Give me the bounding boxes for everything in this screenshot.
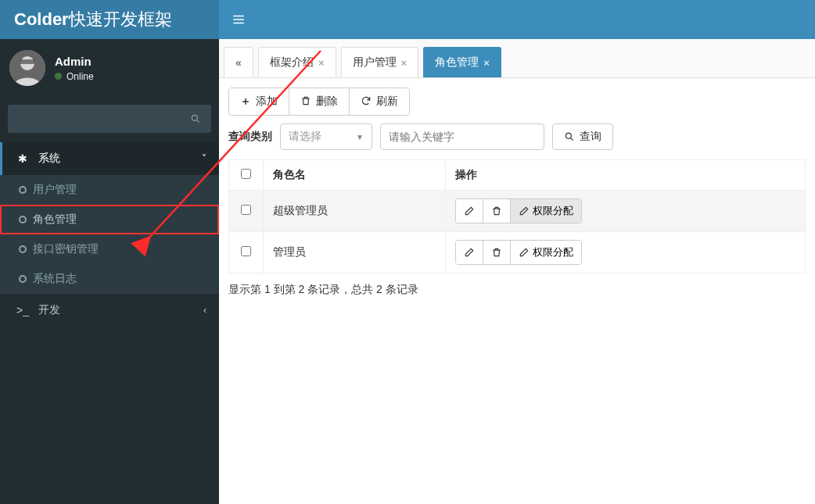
chevron-down-icon: ˅: [202, 153, 206, 164]
menu-dev-label: 开发: [38, 303, 60, 317]
search-icon[interactable]: [180, 105, 211, 133]
tab-back[interactable]: «: [224, 47, 253, 77]
sidebar-search[interactable]: [8, 105, 211, 133]
search-button[interactable]: 查询: [552, 123, 613, 150]
row-perm-button[interactable]: 权限分配: [510, 241, 581, 264]
terminal-icon: >_: [15, 304, 31, 316]
svg-rect-1: [233, 19, 244, 20]
svg-rect-2: [233, 23, 244, 24]
row-perm-button[interactable]: 权限分配: [510, 199, 581, 223]
svg-point-8: [565, 133, 571, 138]
close-icon[interactable]: ×: [318, 57, 325, 69]
tab-user-mgmt[interactable]: 用户管理×: [341, 47, 419, 77]
role-table: 角色名 操作 超级管理员 权限分配: [228, 159, 806, 273]
row-name: 超级管理员: [264, 191, 446, 232]
sidebar: Admin Online ✱ 系统 ˅: [0, 39, 219, 504]
close-icon[interactable]: ×: [401, 57, 408, 69]
brand-logo[interactable]: Colder快速开发框架: [0, 0, 219, 39]
pager-info: 显示第 1 到第 2 条记录，总共 2 条记录: [219, 273, 815, 306]
plus-icon: ＋: [240, 95, 251, 109]
refresh-icon: [361, 95, 372, 109]
svg-point-6: [192, 115, 197, 120]
table-row[interactable]: 管理员 权限分配: [229, 232, 806, 273]
user-panel: Admin Online: [0, 39, 219, 97]
chevron-left-icon: ‹: [203, 305, 206, 316]
brand-bold: Colder: [14, 9, 69, 30]
ring-icon: [19, 245, 27, 253]
toolbar: ＋添加 删除 刷新: [228, 88, 410, 116]
menu-system-label: 系统: [38, 152, 60, 166]
filter-label: 查询类别: [228, 130, 272, 144]
avatar[interactable]: [9, 50, 45, 86]
ring-icon: [19, 186, 27, 194]
add-button[interactable]: ＋添加: [229, 88, 289, 115]
sidebar-item-api-keys[interactable]: 接口密钥管理: [0, 234, 219, 264]
row-edit-button[interactable]: [456, 241, 483, 264]
refresh-button[interactable]: 刷新: [349, 88, 409, 115]
sidebar-item-role-mgmt[interactable]: 角色管理: [0, 205, 219, 234]
table-row[interactable]: 超级管理员 权限分配: [229, 191, 806, 232]
close-icon[interactable]: ×: [483, 57, 490, 69]
user-name: Admin: [55, 55, 94, 68]
menu-dev[interactable]: >_ 开发 ‹: [0, 294, 219, 327]
ring-icon: [19, 275, 27, 283]
row-delete-button[interactable]: [483, 199, 510, 223]
svg-line-9: [571, 138, 573, 141]
trash-icon: [300, 95, 311, 109]
online-dot-icon: [55, 73, 62, 80]
filter-category-select[interactable]: 请选择 ▼: [280, 123, 372, 150]
sidebar-search-input[interactable]: [8, 105, 180, 133]
svg-line-7: [197, 120, 199, 123]
brand-rest: 快速开发框架: [69, 8, 172, 31]
row-checkbox[interactable]: [241, 205, 251, 215]
delete-button[interactable]: 删除: [289, 88, 349, 115]
svg-rect-5: [20, 59, 34, 64]
row-delete-button[interactable]: [483, 241, 510, 264]
sidebar-item-user-mgmt[interactable]: 用户管理: [0, 175, 219, 205]
sidebar-toggle[interactable]: [219, 0, 258, 39]
tab-role-mgmt[interactable]: 角色管理×: [423, 47, 501, 77]
col-ops: 操作: [446, 160, 806, 191]
caret-down-icon: ▼: [356, 133, 364, 141]
svg-rect-0: [233, 16, 244, 17]
select-all-checkbox[interactable]: [241, 169, 251, 179]
row-checkbox[interactable]: [241, 246, 251, 256]
row-name: 管理员: [264, 232, 446, 273]
select-placeholder: 请选择: [289, 130, 321, 144]
gear-icon: ✱: [15, 152, 31, 165]
user-status: Online: [55, 71, 94, 82]
tab-bar: « 框架介绍× 用户管理× 角色管理×: [219, 39, 815, 78]
menu-system[interactable]: ✱ 系统 ˅: [0, 142, 219, 175]
col-name: 角色名: [264, 160, 446, 191]
filter-keyword-input[interactable]: [380, 123, 544, 150]
double-chevron-left-icon: «: [235, 56, 242, 69]
ring-icon: [19, 216, 27, 223]
tab-intro[interactable]: 框架介绍×: [258, 47, 336, 77]
sidebar-item-syslog[interactable]: 系统日志: [0, 264, 219, 294]
row-edit-button[interactable]: [456, 199, 483, 223]
